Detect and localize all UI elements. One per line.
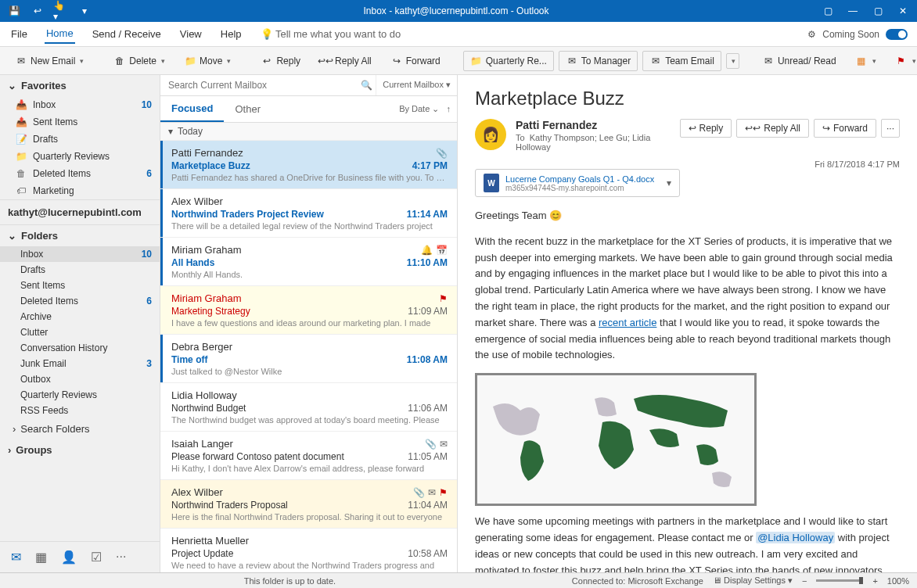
chevron-down-icon[interactable]: ▾ [667,177,671,188]
nav-fav-inbox[interactable]: 📥Inbox10 [0,96,160,113]
nav-folder-archive[interactable]: Archive [0,309,160,324]
reply-button[interactable]: ↩Reply [254,51,307,71]
forward-button[interactable]: ↪Forward [383,51,448,71]
mail-subject: Please forward Contoso patent document [171,451,344,462]
quick-touch-icon[interactable]: 👆▾ [53,3,69,19]
mail-icon: ✉ [566,55,578,67]
coming-soon-label: Coming Soon [822,29,879,40]
minimize-icon[interactable]: — [845,3,861,19]
zoom-out-icon[interactable]: − [802,576,807,586]
mail-time: 11:08 AM [407,354,448,365]
mail-item[interactable]: Debra Berger Time off11:08 AM Just talke… [160,335,457,383]
menu-view[interactable]: View [178,25,203,43]
folders-header[interactable]: ⌄Folders [0,225,160,246]
quick-save-icon[interactable]: 💾 [6,3,22,19]
search-folders-header[interactable]: ›Search Folders [0,418,160,439]
categorize-button[interactable]: ▦▾ [848,51,883,71]
account-header[interactable]: kathyt@lucernepubintl.com [0,199,160,225]
greeting: Greetings Team 😊 [475,208,900,224]
nav-folder-outbox[interactable]: Outbox [0,371,160,387]
qs-team-label: Team Email [665,56,714,66]
mail-item[interactable]: Alex Wilber Northwind Traders Project Re… [160,189,457,238]
search-scope[interactable]: Current Mailbox ▾ [376,75,457,95]
mail-item[interactable]: Miriam Graham🔔📅 All Hands11:10 AM Monthl… [160,238,457,286]
delete-label: Delete [129,56,156,66]
recent-article-link[interactable]: recent article [599,317,656,328]
search-icon[interactable]: 🔍 [358,75,376,95]
nav-fav-deleted-items[interactable]: 🗑Deleted Items6 [0,165,160,182]
close-icon[interactable]: ✕ [895,3,911,19]
unread-read-button[interactable]: ✉Unread/ Read [755,51,843,71]
more-modules-icon[interactable]: ··· [116,550,126,565]
mention-lidia[interactable]: @Lidia Holloway [756,532,835,543]
mail-module-icon[interactable]: ✉ [11,550,21,565]
menu-help[interactable]: Help [219,25,243,43]
coming-soon-toggle[interactable] [886,29,908,40]
body-p1: With the recent buzz in the marketplace … [475,234,900,364]
favorites-header[interactable]: ⌄Favorites [0,75,160,96]
nav-folder-conversation-history[interactable]: Conversation History [0,340,160,356]
reply-all-button[interactable]: ↩↩Reply All [312,51,379,71]
tab-other[interactable]: Other [224,97,272,121]
groups-header[interactable]: ›Groups [0,439,160,461]
new-email-button[interactable]: ✉New Email▾ [8,51,91,71]
reading-more-button[interactable]: ··· [881,119,900,138]
nav-folder-deleted-items[interactable]: Deleted Items6 [0,293,160,309]
group-today[interactable]: ▾Today [160,123,457,141]
nav-folder-quarterly-reviews[interactable]: Quarterly Reviews [0,387,160,403]
title-bar: 💾 ↩ 👆▾ ▾ Inbox - kathyt@lucernepubintl.c… [0,0,917,22]
people-module-icon[interactable]: 👤 [61,550,77,565]
display-settings[interactable]: 🖥 Display Settings ▾ [713,575,793,586]
nav-folder-inbox[interactable]: Inbox10 [0,246,160,262]
nav-pane: ⌄Favorites 📥Inbox10📤Sent Items📝Drafts📁Qu… [0,75,160,572]
reading-reply-all-button[interactable]: ↩↩Reply All [736,119,809,138]
calendar-module-icon[interactable]: ▦ [35,550,47,565]
quick-more-icon[interactable]: ▾ [77,3,92,19]
menu-file[interactable]: File [9,25,29,43]
mail-subject: Marketplace Buzz [171,160,250,171]
search-mailbox-input[interactable] [160,75,358,95]
reading-forward-button[interactable]: ↪Forward [814,119,876,138]
tell-me[interactable]: 💡 Tell me what you want to do [259,25,403,43]
attachment[interactable]: W Lucerne Company Goals Q1 - Q4.docx m36… [475,169,680,197]
quick-step-to-manager[interactable]: ✉To Manager [559,51,638,71]
zoom-slider[interactable] [816,579,863,582]
ribbon-options-icon[interactable]: ▢ [820,3,836,19]
quick-undo-icon[interactable]: ↩ [30,3,45,19]
mail-time: 10:58 AM [408,548,448,559]
tab-focused[interactable]: Focused [160,96,224,122]
message-body: Greetings Team 😊 With the recent buzz in… [475,208,900,572]
quick-step-quarterly[interactable]: 📁Quarterly Re... [463,51,554,71]
menu-send-receive[interactable]: Send / Receive [91,25,163,43]
move-button[interactable]: 📁Move▾ [177,51,238,71]
tasks-module-icon[interactable]: ☑ [91,550,102,565]
nav-fav-sent-items[interactable]: 📤Sent Items [0,113,160,131]
mail-item[interactable]: Patti Fernandez📎 Marketplace Buzz4:17 PM… [160,141,457,189]
mail-item[interactable]: Alex Wilber📎✉⚑ Northwind Traders Proposa… [160,480,457,529]
nav-fav-drafts[interactable]: 📝Drafts [0,131,160,148]
nav-item-label: Archive [20,311,52,322]
mail-item[interactable]: Isaiah Langer📎✉ Please forward Contoso p… [160,432,457,480]
nav-fav-quarterly-reviews[interactable]: 📁Quarterly Reviews [0,148,160,165]
maximize-icon[interactable]: ▢ [870,3,886,19]
chevron-right-icon: › [8,444,11,456]
nav-folder-rss-feeds[interactable]: RSS Feeds [0,403,160,418]
zoom-in-icon[interactable]: + [872,576,877,586]
nav-folder-sent-items[interactable]: Sent Items [0,278,160,293]
quick-steps-more[interactable]: ▾ [726,53,739,69]
flag-button[interactable]: ⚑▾ [888,51,917,71]
mail-time: 11:09 AM [408,306,448,317]
mail-item[interactable]: Miriam Graham⚑ Marketing Strategy11:09 A… [160,286,457,335]
nav-fav-marketing[interactable]: 🏷Marketing [0,182,160,199]
sort-by[interactable]: By Date ⌄ ↑ [399,104,451,114]
delete-button[interactable]: 🗑Delete▾ [106,51,172,71]
quick-step-team-email[interactable]: ✉Team Email [642,51,721,71]
menu-home[interactable]: Home [45,24,75,44]
nav-folder-drafts[interactable]: Drafts [0,262,160,278]
mail-item[interactable]: Lidia Holloway Northwind Budget11:06 AM … [160,383,457,432]
reading-reply-button[interactable]: ↩Reply [680,119,732,138]
nav-folder-junk-email[interactable]: Junk Email3 [0,356,160,371]
nav-folder-clutter[interactable]: Clutter [0,324,160,340]
message-list-pane: 🔍 Current Mailbox ▾ Focused Other By Dat… [160,75,458,572]
mail-item[interactable]: Henrietta Mueller Project Update10:58 AM… [160,529,457,572]
